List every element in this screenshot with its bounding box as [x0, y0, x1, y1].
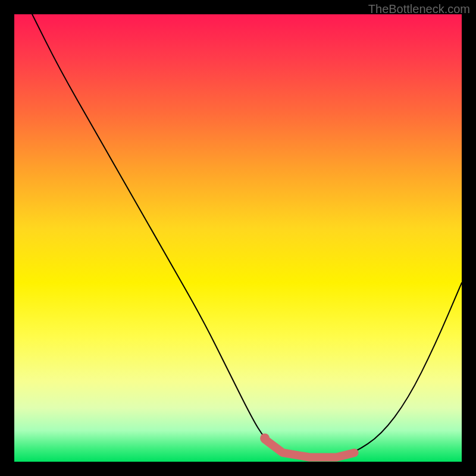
optimal-highlight [265, 439, 354, 457]
chart-wrapper: TheBottleneck.com [0, 0, 476, 476]
bottleneck-curve [32, 14, 462, 457]
curve-svg [14, 14, 462, 462]
attribution-text: TheBottleneck.com [368, 2, 470, 16]
optimal-highlight-start-dot [260, 433, 270, 443]
plot-area [14, 14, 462, 462]
